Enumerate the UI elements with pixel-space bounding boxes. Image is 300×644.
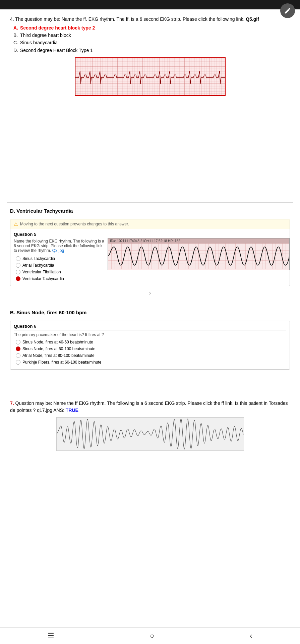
question-4-body: The question may be: Name the ff. EKG rh…: [15, 16, 246, 22]
q6-option-4[interactable]: Purkinje Fibers, fires at 60-100 beats/m…: [16, 360, 284, 365]
inner-q5-title: Question 5: [10, 229, 290, 238]
top-bar: [0, 0, 300, 9]
ekg-waveform-q7: [57, 418, 244, 450]
ekg-waveform-q4: [75, 58, 225, 95]
question-7-text: 7. Question may be: Name the ff EKG rhyt…: [10, 400, 290, 414]
q5-option-3-label: Ventricular Fibrillation: [22, 270, 61, 274]
bottom-navigation: ☰ ○ ‹: [0, 627, 300, 644]
home-button[interactable]: ○: [150, 632, 154, 640]
inner-q6-body: The primary pacemaker of the heart is? I…: [10, 330, 290, 338]
question-4-number: 4.: [10, 16, 14, 22]
ekg-strip-q5: ID#: 102111174043 21Oct11 17:52:18 HR: 1…: [108, 238, 290, 270]
radio-q5-2: [16, 263, 20, 268]
divider-5-6: [7, 304, 293, 304]
answer-4-c: Sinus bradycardia: [13, 39, 290, 46]
content-area: 4. The question may be: Name the ff. EKG…: [0, 9, 300, 484]
radio-q6-4: [16, 360, 20, 365]
question-4-answers: Second degree heart block type 2 Third d…: [10, 24, 290, 54]
warning-icon: ⚠: [14, 221, 18, 227]
divider-4-5: [7, 104, 293, 104]
radio-q5-1: [16, 256, 20, 261]
question-5-section: D. Ventricular Tachycardia ⚠ Moving to t…: [7, 205, 293, 302]
spacer-6-7: [7, 376, 293, 396]
q5-option-4[interactable]: Ventricular Tachycardia: [16, 276, 102, 281]
ekg-q5-header: ID#: 102111174043 21Oct11 17:52:18 HR: 1…: [108, 238, 289, 244]
ekg-strip-q7: [56, 417, 244, 451]
question-6-panel: Question 6 The primary pacemaker of the …: [10, 321, 290, 370]
q5-option-3[interactable]: Ventricular Fibrillation: [16, 270, 102, 274]
question-6-answer: B. Sinus Node, fires 60-100 bpm: [10, 310, 290, 315]
inner-q5-body: Name the following EKG rhythm. The follo…: [10, 238, 108, 255]
radio-q5-4: [16, 276, 20, 281]
menu-button[interactable]: ☰: [48, 632, 54, 640]
radio-q6-1: [16, 340, 20, 344]
q5-right: ID#: 102111174043 21Oct11 17:52:18 HR: 1…: [108, 238, 290, 286]
question-5-panel: ⚠ Moving to the next question prevents c…: [10, 219, 290, 286]
warning-bar: ⚠ Moving to the next question prevents c…: [10, 219, 290, 229]
q6-option-2-label: Sinus Node, fires at 60-100 beats/minute: [22, 346, 95, 351]
question-4-link[interactable]: Q5.gif: [246, 16, 259, 22]
q5-option-1[interactable]: Sinus Tachycardia: [16, 256, 102, 261]
q6-option-4-label: Purkinje Fibers, fires at 60-100 beats/m…: [22, 360, 101, 365]
question-7-section: 7. Question may be: Name the ff EKG rhyt…: [7, 396, 293, 458]
ekg-waveform-q5: [108, 244, 289, 269]
q6-option-1[interactable]: Sinus Node, fires at 40-60 beats/minute: [16, 340, 284, 344]
ekg-q5-display: [108, 244, 289, 269]
q5-content-row: Name the following EKG rhythm. The follo…: [10, 238, 290, 286]
q5-option-2-label: Atrial Tachycardia: [22, 263, 54, 268]
radio-q6-2: [16, 346, 20, 351]
q5-option-2[interactable]: Atrial Tachycardia: [16, 263, 102, 268]
q6-radio-list: Sinus Node, fires at 40-60 beats/minute …: [10, 338, 290, 369]
q5-option-4-label: Ventricular Tachycardia: [22, 276, 64, 281]
answer-4-d: Second degree Heart Block Type 1: [13, 47, 290, 54]
q6-option-3-label: Atrial Node, fires at 80-100 beats/minut…: [22, 353, 95, 358]
q5-option-1-label: Sinus Tachycardia: [22, 256, 55, 261]
q6-option-3[interactable]: Atrial Node, fires at 80-100 beats/minut…: [16, 353, 284, 358]
answer-4-a: Second degree heart block type 2: [13, 24, 290, 32]
back-button[interactable]: ‹: [250, 632, 252, 640]
inner-q5-link[interactable]: Q3.jpg: [52, 248, 64, 253]
question-7-number: 7.: [10, 400, 14, 406]
question-4-text: 4. The question may be: Name the ff. EKG…: [10, 16, 290, 23]
ekg-strip-q4: [75, 57, 226, 96]
q6-option-1-label: Sinus Node, fires at 40-60 beats/minute: [22, 340, 93, 344]
question-7-body: Question may be: Name the ff EKG rhythm.…: [10, 400, 288, 413]
radio-q6-3: [16, 353, 20, 358]
radio-q5-3: [16, 270, 20, 274]
question-6-section: B. Sinus Node, fires 60-100 bpm Question…: [7, 306, 293, 376]
bottom-spacer: [7, 458, 293, 481]
q6-option-2[interactable]: Sinus Node, fires at 60-100 beats/minute: [16, 346, 284, 351]
spacer-4-5: [7, 106, 293, 200]
question-5-answer: D. Ventricular Tachycardia: [10, 208, 290, 214]
question-7-answer: TRUE: [66, 408, 78, 413]
q5-left: Name the following EKG rhythm. The follo…: [10, 238, 108, 286]
question-4-section: 4. The question may be: Name the ff. EKG…: [7, 13, 293, 102]
answer-4-b: Third degree heart block: [13, 32, 290, 39]
warning-text: Moving to the next question prevents cha…: [20, 222, 129, 226]
scroll-indicator: ›: [10, 289, 290, 297]
q5-radio-list: Sinus Tachycardia Atrial Tachycardia Ven…: [10, 255, 108, 286]
divider-4-5b: [7, 202, 293, 203]
inner-q6-title: Question 6: [10, 321, 290, 330]
